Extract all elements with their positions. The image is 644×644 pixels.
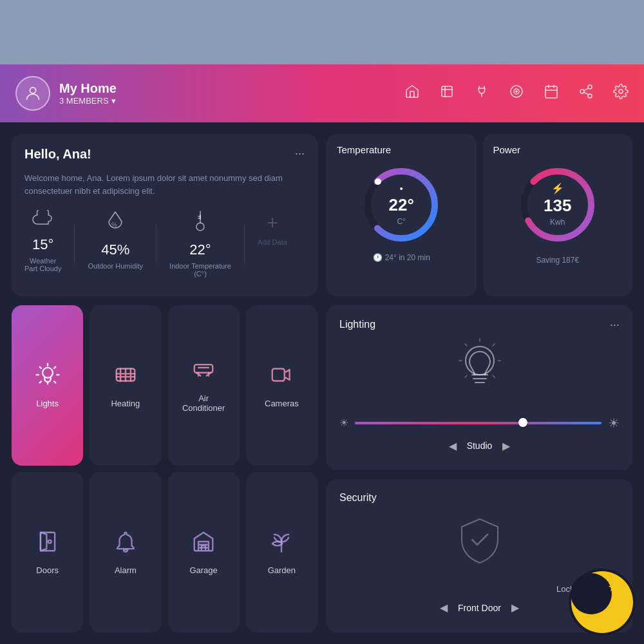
weather-humidity-item: % 45% Outdoor Humidity bbox=[88, 210, 143, 270]
avatar bbox=[15, 76, 50, 111]
svg-rect-19 bbox=[194, 365, 213, 373]
welcome-card: Hello, Ana! ··· Welcome home, Ana. Lorem… bbox=[12, 134, 317, 296]
brightness-max-icon: ☀ bbox=[608, 415, 620, 431]
svg-point-9 bbox=[619, 90, 623, 93]
temperature-value: 15° bbox=[32, 236, 53, 253]
device-heating[interactable]: Heating bbox=[90, 305, 161, 466]
device-lights[interactable]: Lights bbox=[12, 305, 83, 466]
nav-layers-icon[interactable] bbox=[439, 84, 455, 103]
garden-label: Garden bbox=[268, 565, 296, 575]
lights-icon bbox=[35, 363, 60, 392]
brightness-control: ☀ ☀ bbox=[339, 415, 620, 431]
room-prev-button[interactable]: ◀ bbox=[449, 440, 457, 452]
temperature-label: WeatherPart Cloudy bbox=[24, 257, 61, 272]
device-grid: Lights Heating Air Conditioner bbox=[12, 305, 317, 632]
device-garage[interactable]: Garage bbox=[168, 472, 240, 632]
device-air-conditioner[interactable]: Air Conditioner bbox=[168, 305, 240, 466]
add-data-label: Add Data bbox=[258, 238, 287, 246]
svg-point-4 bbox=[516, 91, 517, 92]
power-card: Power ⚡ 135 Kwh bbox=[483, 134, 633, 296]
alarm-icon bbox=[113, 529, 138, 559]
weather-widgets: 15° WeatherPart Cloudy % 45% Outdoor Hum… bbox=[24, 210, 305, 278]
humidity-label: Outdoor Humidity bbox=[88, 262, 143, 270]
svg-point-21 bbox=[48, 540, 51, 544]
weather-divider-1 bbox=[74, 225, 75, 263]
temp-dot-icon: • bbox=[389, 184, 414, 194]
ac-icon bbox=[191, 357, 216, 387]
lighting-card: Lighting ··· ☀ ☀ ◀ Studio ▶ bbox=[327, 305, 632, 471]
nav-settings-icon[interactable] bbox=[613, 84, 629, 103]
bulb-area bbox=[339, 338, 620, 406]
weather-divider-2 bbox=[156, 225, 156, 263]
garage-icon bbox=[191, 529, 216, 559]
thermometer-icon bbox=[194, 210, 207, 238]
door-next-button[interactable]: ▶ bbox=[511, 601, 519, 614]
brightness-min-icon: ☀ bbox=[339, 417, 348, 429]
header: My Home 3 MEMBERS ▾ bbox=[0, 64, 644, 122]
temperature-unit: C° bbox=[397, 217, 406, 226]
lights-label: Lights bbox=[36, 399, 59, 408]
power-title: Power bbox=[493, 144, 521, 155]
door-prev-button[interactable]: ◀ bbox=[440, 601, 448, 614]
humidity-value: 45% bbox=[101, 242, 129, 258]
device-cameras[interactable]: Cameras bbox=[246, 305, 317, 466]
power-inner: ⚡ 135 Kwh bbox=[544, 182, 571, 227]
moon-overlay bbox=[567, 567, 638, 638]
welcome-card-menu: Hello, Ana! ··· bbox=[24, 147, 305, 167]
nav-plug-icon[interactable] bbox=[474, 84, 489, 103]
brightness-slider[interactable] bbox=[355, 422, 601, 424]
chevron-down-icon: ▾ bbox=[111, 96, 116, 106]
room-name: Studio bbox=[467, 440, 493, 451]
svg-point-11 bbox=[196, 223, 204, 231]
ac-label: Air Conditioner bbox=[178, 393, 229, 413]
device-garden[interactable]: Garden bbox=[246, 472, 317, 632]
bolt-icon: ⚡ bbox=[544, 182, 571, 194]
security-shield-icon bbox=[339, 514, 620, 574]
temp-power-section: Temperature bbox=[327, 134, 632, 296]
nav-home-icon[interactable] bbox=[404, 84, 420, 103]
door-name: Front Door bbox=[458, 603, 501, 613]
svg-text:%: % bbox=[111, 222, 117, 229]
power-unit: Kwh bbox=[550, 218, 565, 227]
room-navigation: ◀ Studio ▶ bbox=[339, 440, 620, 452]
power-display: 135 bbox=[544, 196, 571, 216]
lighting-header: Lighting ··· bbox=[339, 318, 620, 332]
top-bar bbox=[0, 0, 644, 64]
svg-point-0 bbox=[30, 88, 35, 93]
cloud-icon bbox=[32, 210, 55, 232]
members-label[interactable]: 3 MEMBERS ▾ bbox=[59, 96, 117, 106]
doors-label: Doors bbox=[36, 565, 59, 575]
indoor-label: Indoor Temperature(C°) bbox=[169, 262, 231, 278]
bulb-icon bbox=[454, 338, 506, 406]
security-title: Security bbox=[339, 492, 377, 504]
temperature-card: Temperature bbox=[327, 134, 477, 296]
welcome-menu-dots[interactable]: ··· bbox=[295, 147, 305, 160]
humidity-icon: % bbox=[106, 210, 124, 238]
device-alarm[interactable]: Alarm bbox=[90, 472, 161, 632]
temperature-inner: • 22° C° bbox=[389, 184, 414, 227]
svg-rect-1 bbox=[442, 86, 452, 97]
power-gauge: ⚡ 135 Kwh bbox=[516, 163, 600, 247]
temperature-display: 22° bbox=[389, 195, 414, 215]
home-info: My Home 3 MEMBERS ▾ bbox=[59, 81, 117, 106]
svg-point-25 bbox=[571, 573, 612, 614]
nav-target-icon[interactable] bbox=[509, 84, 524, 103]
add-data-item[interactable]: ＋ Add Data bbox=[258, 210, 287, 246]
svg-rect-5 bbox=[545, 86, 557, 98]
welcome-message: Welcome home, Ana. Lorem ipsum dolor sit… bbox=[24, 172, 305, 197]
camera-icon bbox=[269, 363, 294, 392]
lighting-menu-dots[interactable]: ··· bbox=[610, 318, 620, 332]
home-name: My Home bbox=[59, 81, 117, 96]
device-doors[interactable]: Doors bbox=[12, 472, 83, 632]
clock-icon: 🕐 bbox=[373, 253, 383, 262]
nav-share-icon[interactable] bbox=[578, 84, 594, 103]
header-nav bbox=[404, 84, 629, 103]
add-icon: ＋ bbox=[263, 210, 281, 234]
temperature-gauge: • 22° C° bbox=[359, 163, 443, 247]
weather-temperature-item: 15° WeatherPart Cloudy bbox=[24, 210, 61, 272]
main-content: Hello, Ana! ··· Welcome home, Ana. Lorem… bbox=[0, 122, 644, 644]
cameras-label: Cameras bbox=[265, 399, 299, 408]
header-left: My Home 3 MEMBERS ▾ bbox=[15, 76, 117, 111]
room-next-button[interactable]: ▶ bbox=[502, 440, 510, 452]
nav-calendar-icon[interactable] bbox=[544, 84, 559, 103]
